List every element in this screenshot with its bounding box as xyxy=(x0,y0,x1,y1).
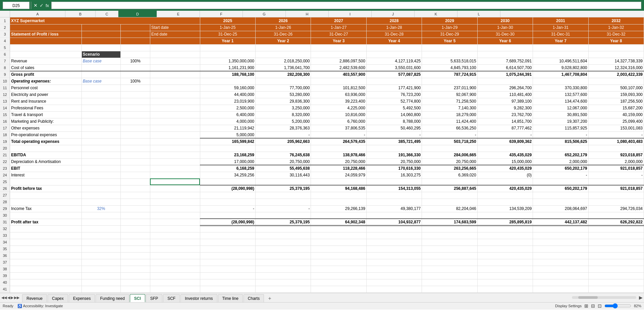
cell-a4[interactable] xyxy=(10,38,82,44)
cell-j23[interactable]: 420,435,029 xyxy=(477,165,533,172)
cell-l29[interactable]: 294,726,034 xyxy=(588,205,644,212)
cell-h24[interactable]: 16,303,275 xyxy=(366,172,422,178)
cell-j17[interactable]: 87,777,462 xyxy=(477,125,533,131)
cancel-icon[interactable]: ✕ xyxy=(34,3,38,8)
cell-g26[interactable]: 94,168,486 xyxy=(311,185,366,192)
cell-e14[interactable]: 2,500,000 xyxy=(200,105,255,111)
col-header-k[interactable]: K xyxy=(415,11,458,17)
cell-c7[interactable]: 100% xyxy=(121,58,150,64)
cell-g1[interactable]: 2027 xyxy=(311,17,366,24)
cell-a1[interactable]: XYZ Supermarket xyxy=(10,17,200,24)
scroll-first-icon[interactable]: ◀◀ xyxy=(1,295,7,300)
cell-i1[interactable]: 2029 xyxy=(422,17,477,24)
cell-k8[interactable]: 9,028,802,800 xyxy=(533,64,588,71)
scroll-last-icon[interactable]: ▶▶ xyxy=(14,295,19,300)
cell-k7[interactable]: 10,496,511,604 xyxy=(533,58,588,64)
cell-f16[interactable]: 5,200,000 xyxy=(256,118,311,125)
cell-d25[interactable] xyxy=(150,178,200,185)
cell-f21[interactable]: 76,245,638 xyxy=(256,152,311,158)
cell-j21[interactable]: 435,435,029 xyxy=(477,152,533,158)
tab-charts[interactable]: Charts xyxy=(244,294,264,302)
cell-k19[interactable]: 815,506,625 xyxy=(533,138,588,145)
cell-e15[interactable]: 6,400,000 xyxy=(200,111,255,118)
cell-f13[interactable]: 29,836,300 xyxy=(256,98,311,105)
cell-a22[interactable]: Depreciation & Amortisation xyxy=(10,158,82,165)
cell-j2[interactable]: 1-Jan-30 xyxy=(477,24,533,31)
rn-41[interactable]: 41 xyxy=(0,286,10,292)
rn-14[interactable]: 14 xyxy=(0,105,10,111)
cell-f14[interactable]: 3,250,000 xyxy=(256,105,311,111)
cell-g31[interactable]: 64,902,348 xyxy=(311,219,366,225)
cell-e17[interactable]: 21,119,942 xyxy=(200,125,255,131)
cell-i2[interactable]: 1-Jan-29 xyxy=(422,24,477,31)
cell-f12[interactable]: 53,280,000 xyxy=(256,91,311,98)
cell-l18[interactable]: - xyxy=(588,131,644,138)
spreadsheet-grid[interactable]: XYZ Supermarket 2025 2026 2027 2028 2029… xyxy=(10,17,644,293)
cell-g18[interactable]: - xyxy=(311,131,366,138)
cell-h1[interactable]: 2028 xyxy=(366,17,422,24)
cell-a11[interactable]: Personnel cost xyxy=(10,85,82,91)
cell-a21[interactable]: EBITDA xyxy=(10,152,82,158)
cell-h23[interactable]: 170,616,330 xyxy=(366,165,422,172)
cell-g17[interactable]: 37,806,535 xyxy=(311,125,366,131)
cell-k14[interactable]: 12,067,000 xyxy=(533,105,588,111)
cell-l31[interactable]: 626,292,822 xyxy=(588,219,644,225)
rn-12[interactable]: 12 xyxy=(0,91,10,98)
cell-k12[interactable]: 132,577,600 xyxy=(533,91,588,98)
cell-g15[interactable]: 10,816,000 xyxy=(311,111,366,118)
col-header-i[interactable]: I xyxy=(329,11,372,17)
cell-k2[interactable]: 1-Jan-31 xyxy=(533,24,588,31)
cell-l13[interactable]: 187,256,500 xyxy=(588,98,644,105)
cell-f7[interactable]: 2,018,250,000 xyxy=(256,58,311,64)
cell-e21[interactable]: 23,168,259 xyxy=(200,152,255,158)
cell-k26[interactable]: 650,202,179 xyxy=(533,185,588,192)
cell-k13[interactable]: 134,474,600 xyxy=(533,98,588,105)
cell-b2[interactable] xyxy=(82,24,120,31)
cell-h2[interactable]: 1-Jan-28 xyxy=(366,24,422,31)
cell-h12[interactable]: 76,723,200 xyxy=(366,91,422,98)
tab-capex[interactable]: Capex xyxy=(48,294,68,302)
display-settings[interactable]: Display Settings xyxy=(555,304,582,308)
cell-h22[interactable]: 20,750,000 xyxy=(366,158,422,165)
cell-i26[interactable]: 256,887,645 xyxy=(422,185,477,192)
rn-35[interactable]: 35 xyxy=(0,246,10,252)
rn-15[interactable]: 15 xyxy=(0,111,10,118)
cell-a7[interactable]: Revenue xyxy=(10,58,82,64)
cell-k21[interactable]: 652,202,179 xyxy=(533,152,588,158)
cell-j13[interactable]: 97,389,100 xyxy=(477,98,533,105)
cell-h17[interactable]: 50,460,295 xyxy=(366,125,422,131)
cell-f2[interactable]: 1-Jan-26 xyxy=(256,24,311,31)
cell-g7[interactable]: 2,886,097,500 xyxy=(311,58,366,64)
cell-l19[interactable]: 1,080,403,483 xyxy=(588,138,644,145)
cell-h21[interactable]: 191,366,330 xyxy=(366,152,422,158)
cell-k18[interactable]: - xyxy=(533,131,588,138)
tab-sci[interactable]: SCI xyxy=(130,294,145,302)
cell-k9[interactable]: 1,467,708,804 xyxy=(533,71,588,78)
cell-e13[interactable]: 23,019,900 xyxy=(200,98,255,105)
cell-e26[interactable]: (28,090,998) xyxy=(200,185,255,192)
cell-f23[interactable]: 55,495,638 xyxy=(256,165,311,172)
cell-l11[interactable]: 500,107,000 xyxy=(588,85,644,91)
cell-l14[interactable]: 15,687,200 xyxy=(588,105,644,111)
cell-k1[interactable]: 2031 xyxy=(533,17,588,24)
cell-a19[interactable]: Total operating expenses xyxy=(10,138,82,145)
cell-j8[interactable]: 6,614,507,700 xyxy=(477,64,533,71)
cell-c4[interactable] xyxy=(121,38,150,44)
accessibility-status[interactable]: Accessibility: Investigate xyxy=(23,304,63,308)
cell-i19[interactable]: 503,718,250 xyxy=(422,138,477,145)
cell-h18[interactable]: - xyxy=(366,131,422,138)
cell-l16[interactable]: 25,099,400 xyxy=(588,118,644,125)
cell-a31[interactable]: Profit after tax xyxy=(10,219,82,225)
cell-j1[interactable]: 2030 xyxy=(477,17,533,24)
col-header-l[interactable]: L xyxy=(458,11,500,17)
cell-i18[interactable]: - xyxy=(422,131,477,138)
cell-f4[interactable]: Year 2 xyxy=(256,38,311,44)
cell-i4[interactable]: Year 5 xyxy=(422,38,477,44)
cell-h4[interactable]: Year 4 xyxy=(366,38,422,44)
cell-i17[interactable]: 66,536,250 xyxy=(422,125,477,131)
cell-d4[interactable] xyxy=(150,38,200,44)
cell-f19[interactable]: 205,962,663 xyxy=(256,138,311,145)
tab-time-line[interactable]: Time line xyxy=(218,294,243,302)
cell-e19[interactable]: 165,599,842 xyxy=(200,138,255,145)
cell-h15[interactable]: 14,060,800 xyxy=(366,111,422,118)
